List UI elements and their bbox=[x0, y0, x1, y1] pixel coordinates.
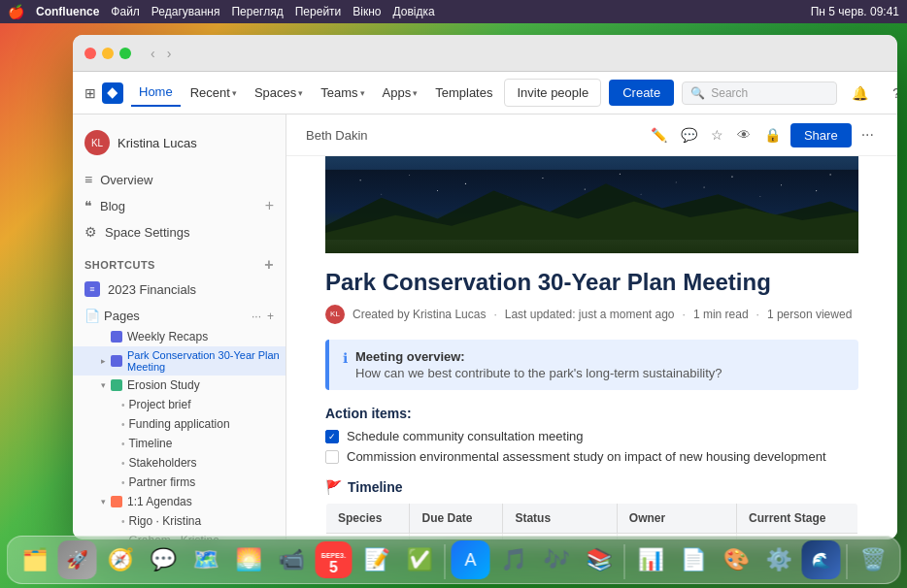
forward-button[interactable]: › bbox=[163, 44, 176, 63]
dock-messages[interactable]: 💬 bbox=[144, 540, 183, 579]
create-button[interactable]: Create bbox=[609, 80, 674, 106]
toolbar-right: Invite people Create 🔍 Search 🔔 ? ⚙️ KL bbox=[504, 79, 897, 108]
confluence-logo[interactable] bbox=[102, 82, 123, 104]
checkbox-checked[interactable]: ✓ bbox=[325, 430, 339, 443]
tree-erosion-study[interactable]: ▾ Erosion Study bbox=[73, 376, 286, 395]
dock-pages[interactable]: 📄 bbox=[674, 540, 713, 579]
action-item-0: ✓ Schedule community consultation meetin… bbox=[325, 429, 858, 443]
dock-facetime[interactable]: 📹 bbox=[272, 540, 311, 579]
nav-spaces[interactable]: Spaces▾ bbox=[247, 80, 311, 106]
dock-calendar[interactable]: БЕРЕЗ. 5 bbox=[315, 540, 353, 579]
nav-apps[interactable]: Apps▾ bbox=[375, 80, 426, 106]
overview-content: Meeting overview: How can we best contri… bbox=[355, 349, 722, 380]
dock-launchpad[interactable]: 🚀 bbox=[58, 540, 97, 579]
tree-label: 1:1 Agendas bbox=[127, 495, 192, 508]
apple-menu[interactable]: 🍎 bbox=[8, 4, 24, 19]
view-icon[interactable]: 👁 bbox=[733, 123, 755, 147]
share-button[interactable]: Share bbox=[790, 123, 852, 147]
menu-go[interactable]: Перейти bbox=[295, 5, 342, 18]
sidebar-space-settings[interactable]: ⚙ Space Settings bbox=[73, 219, 286, 245]
maximize-button[interactable] bbox=[119, 48, 131, 59]
dock-notes[interactable]: 📝 bbox=[357, 540, 396, 579]
pages-actions: ··· + bbox=[252, 310, 274, 323]
comment-icon[interactable]: 💬 bbox=[677, 123, 701, 147]
tree-project-brief[interactable]: • Project brief bbox=[73, 395, 286, 414]
tree-toggle-icon bbox=[108, 514, 121, 528]
more-options-button[interactable]: ··· bbox=[857, 122, 878, 147]
back-button[interactable]: ‹ bbox=[147, 44, 159, 63]
browser-window: ‹ › ⊞ Home Recent▾ Spaces▾ Teams▾ Apps▾ bbox=[73, 35, 897, 539]
shortcut-doc-icon: ≡ bbox=[84, 281, 100, 297]
tree-rigo-kristina[interactable]: • Rigo · Kristina bbox=[73, 511, 286, 531]
dock-photos[interactable]: 🌅 bbox=[229, 540, 268, 579]
search-box[interactable]: 🔍 Search bbox=[682, 82, 837, 105]
dock-finder[interactable]: 🗂️ bbox=[16, 540, 54, 579]
menu-edit[interactable]: Редагування bbox=[151, 5, 220, 18]
star-icon[interactable]: ☆ bbox=[707, 123, 727, 147]
tree-partner-firms[interactable]: • Partner firms bbox=[73, 473, 286, 492]
pages-more-icon[interactable]: ··· bbox=[252, 310, 261, 323]
tree-weekly-recaps[interactable]: Weekly Recaps bbox=[73, 327, 286, 346]
close-button[interactable] bbox=[84, 48, 96, 59]
dock-reminders[interactable]: ✅ bbox=[400, 540, 439, 579]
dock-trash[interactable]: 🗑️ bbox=[854, 540, 892, 579]
dock-music[interactable]: 🎵 bbox=[494, 540, 533, 579]
minimize-button[interactable] bbox=[102, 48, 114, 59]
sidebar-overview-label: Overview bbox=[100, 173, 152, 187]
page-file-icon bbox=[110, 330, 123, 343]
tree-timeline[interactable]: • Timeline bbox=[73, 434, 286, 453]
nav-templates[interactable]: Templates bbox=[427, 80, 500, 106]
browser-chrome: ‹ › bbox=[73, 35, 897, 72]
pages-add-icon[interactable]: + bbox=[267, 310, 274, 323]
tree-toggle-icon bbox=[108, 398, 121, 411]
blog-icon: ❝ bbox=[84, 198, 92, 213]
tree-agendas[interactable]: ▾ 1:1 Agendas bbox=[73, 492, 286, 511]
dock-safari[interactable]: 🧭 bbox=[101, 540, 140, 579]
dock-maps[interactable]: 🗺️ bbox=[186, 540, 225, 579]
tree-label: Erosion Study bbox=[127, 378, 200, 392]
grid-icon[interactable]: ⊞ bbox=[84, 85, 96, 101]
read-time: 1 min read bbox=[693, 308, 749, 321]
dock-numbers[interactable]: 📊 bbox=[631, 540, 670, 579]
search-icon: 🔍 bbox=[690, 86, 705, 100]
app-name[interactable]: Confluence bbox=[36, 5, 99, 18]
dock-divider-2 bbox=[624, 544, 625, 579]
dock-apple-music[interactable]: 🎶 bbox=[537, 540, 576, 579]
updated-text: Last updated: just a moment ago bbox=[505, 308, 675, 321]
shortcut-financials[interactable]: ≡ 2023 Financials bbox=[73, 278, 286, 301]
content-topbar: Beth Dakin ✏️ 💬 ☆ 👁 🔒 Share ··· bbox=[286, 114, 897, 156]
shortcuts-add-icon[interactable]: + bbox=[264, 256, 274, 274]
col-owner: Owner bbox=[617, 503, 736, 533]
blog-add-icon[interactable]: + bbox=[265, 197, 274, 214]
sidebar-blog[interactable]: ❝ Blog + bbox=[73, 192, 286, 219]
help-button[interactable]: ? bbox=[882, 79, 897, 108]
nav-teams[interactable]: Teams▾ bbox=[313, 80, 372, 106]
views-text: 1 person viewed bbox=[767, 308, 852, 321]
sidebar-overview[interactable]: ≡ Overview bbox=[73, 167, 286, 192]
menu-file[interactable]: Файл bbox=[111, 5, 140, 18]
sidebar-username: Kristina Lucas bbox=[118, 136, 197, 150]
tree-label: Timeline bbox=[129, 437, 173, 450]
checkbox-unchecked[interactable] bbox=[325, 450, 339, 464]
nav-recent[interactable]: Recent▾ bbox=[183, 80, 245, 106]
dock-keynote[interactable]: 🎨 bbox=[717, 540, 756, 579]
traffic-lights bbox=[84, 48, 131, 59]
restrict-icon[interactable]: 🔒 bbox=[760, 123, 785, 147]
tree-park-conservation[interactable]: ▸ Park Conservation 30-Year Plan Meeting bbox=[73, 346, 286, 376]
menu-window[interactable]: Вікно bbox=[353, 5, 381, 18]
notifications-button[interactable]: 🔔 bbox=[845, 79, 874, 108]
dock-books[interactable]: 📚 bbox=[580, 540, 619, 579]
dock-appstore[interactable]: A bbox=[452, 540, 490, 579]
menu-view[interactable]: Перегляд bbox=[231, 5, 283, 18]
dock-system-prefs[interactable]: ⚙️ bbox=[759, 540, 798, 579]
menu-help[interactable]: Довідка bbox=[393, 5, 435, 18]
invite-people-button[interactable]: Invite people bbox=[504, 79, 601, 107]
sidebar-main-nav: ≡ Overview ❝ Blog + ⚙ Space Settings bbox=[73, 167, 286, 248]
edit-icon[interactable]: ✏️ bbox=[647, 123, 671, 147]
dock-arc[interactable]: 🌊 bbox=[802, 540, 841, 579]
tree-stakeholders[interactable]: • Stakeholders bbox=[73, 453, 286, 473]
meeting-overview: ℹ Meeting overview: How can we best cont… bbox=[325, 340, 858, 390]
col-due-date: Due Date bbox=[410, 503, 503, 533]
nav-home[interactable]: Home bbox=[131, 79, 181, 107]
tree-funding[interactable]: • Funding application bbox=[73, 414, 286, 434]
